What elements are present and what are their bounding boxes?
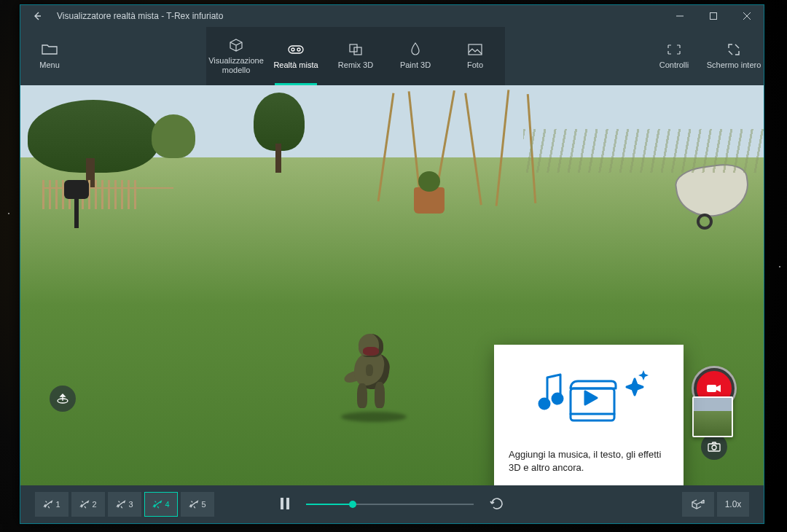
placement-mode-button[interactable]: [50, 386, 76, 412]
svg-rect-6: [469, 44, 482, 55]
maximize-button[interactable]: [697, 5, 730, 27]
maximize-icon: [710, 12, 717, 20]
fullscreen-label: Schermo intero: [707, 60, 761, 70]
popup-illustration: [509, 359, 669, 439]
animation-number: 1: [55, 500, 60, 509]
tab-view-model-label: Visualizzazione modello: [208, 56, 265, 75]
fullscreen-button[interactable]: Schermo intero: [704, 27, 764, 85]
fullscreen-icon: [726, 42, 742, 58]
svg-point-2: [291, 48, 294, 51]
music-note-icon: [539, 375, 563, 409]
animation-icon: [43, 499, 53, 509]
tab-view-model[interactable]: Visualizzazione modello: [206, 27, 266, 85]
toolbar: Menu Visualizzazione modello Realtà mist…: [20, 27, 764, 85]
placement-icon: [56, 392, 69, 405]
svg-point-3: [297, 48, 300, 51]
animation-button-5[interactable]: 5: [181, 492, 214, 517]
animation-icon: [152, 499, 163, 509]
video-camera-icon: [706, 383, 722, 394]
film-reel-icon: [571, 381, 616, 420]
take-photo-button[interactable]: [701, 434, 727, 460]
photos-icon: [467, 42, 483, 58]
camera-icon: [708, 442, 721, 452]
svg-rect-8: [707, 385, 716, 392]
pause-icon: [280, 498, 290, 509]
speed-label: 1.0x: [725, 499, 742, 509]
svg-point-11: [539, 399, 549, 409]
titlebar: Visualizzatore realtà mista - T-Rex infu…: [20, 5, 764, 27]
scale-icon: [691, 498, 705, 510]
ar-viewport[interactable]: Aggiungi la musica, il testo, gli effett…: [20, 85, 764, 485]
animation-number: 5: [201, 500, 205, 509]
loop-icon: [490, 497, 504, 510]
animation-button-3[interactable]: 3: [108, 492, 141, 517]
tab-photos[interactable]: Foto: [445, 27, 505, 85]
svg-rect-15: [286, 498, 289, 509]
timeline-thumb[interactable]: [349, 501, 356, 508]
svg-rect-5: [354, 47, 361, 55]
svg-rect-0: [710, 13, 717, 20]
svg-point-12: [552, 394, 563, 404]
paint-3d-icon: [407, 42, 423, 58]
sparkle-icon: [627, 370, 649, 395]
cube-icon: [228, 37, 244, 53]
tab-remix-3d[interactable]: Remix 3D: [326, 27, 385, 85]
scale-reset-button[interactable]: [682, 492, 714, 517]
close-button[interactable]: [730, 5, 764, 27]
folder-icon: [42, 42, 58, 58]
mixed-reality-icon: [288, 42, 304, 58]
animation-button-2[interactable]: 2: [71, 492, 105, 517]
minimize-icon: [676, 12, 684, 20]
speed-button[interactable]: 1.0x: [717, 492, 749, 517]
svg-rect-14: [281, 498, 283, 509]
animation-number: 4: [165, 500, 169, 509]
play-pause-button[interactable]: [275, 493, 294, 516]
animation-button-1[interactable]: 1: [35, 492, 68, 517]
window-title: Visualizzatore realtà mista - T-Rex infu…: [54, 11, 223, 21]
animation-list: 12345: [35, 492, 214, 517]
bottom-bar: 12345 1.0x: [20, 485, 764, 523]
app-window: Visualizzatore realtà mista - T-Rex infu…: [20, 4, 764, 524]
controls-button[interactable]: Controlli: [644, 27, 704, 85]
minimize-button[interactable]: [663, 5, 697, 27]
back-button[interactable]: [20, 5, 54, 27]
controls-label: Controlli: [659, 60, 689, 70]
timeline-slider[interactable]: [306, 504, 474, 505]
menu-button[interactable]: Menu: [20, 27, 79, 85]
svg-point-10: [712, 445, 716, 450]
last-capture-thumbnail[interactable]: [692, 396, 733, 437]
animation-icon: [79, 499, 90, 509]
remix-3d-icon: [348, 42, 364, 58]
3d-model-trex[interactable]: [341, 329, 407, 417]
animation-icon: [116, 499, 126, 509]
svg-rect-13: [571, 388, 614, 420]
close-icon: [743, 12, 751, 20]
toolbar-tab-group: Visualizzazione modello Realtà mista Rem…: [206, 27, 505, 85]
tab-photos-label: Foto: [467, 60, 483, 70]
playback-group: [275, 493, 509, 517]
arrow-left-icon: [31, 10, 43, 22]
animation-number: 3: [128, 500, 133, 509]
svg-rect-4: [350, 44, 357, 52]
tab-paint-3d[interactable]: Paint 3D: [385, 27, 445, 85]
loop-button[interactable]: [485, 493, 509, 517]
timeline-fill: [306, 504, 353, 505]
animation-button-4[interactable]: 4: [144, 492, 178, 517]
tab-mixed-reality[interactable]: Realtà mista: [266, 27, 326, 85]
popup-message: Aggiungi la musica, il testo, gli effett…: [509, 448, 669, 474]
menu-label: Menu: [39, 60, 60, 70]
tab-mixed-reality-label: Realtà mista: [273, 60, 318, 70]
tab-remix-3d-label: Remix 3D: [338, 60, 373, 70]
animation-number: 2: [92, 500, 96, 509]
svg-rect-1: [289, 46, 303, 53]
animation-icon: [189, 499, 199, 509]
controls-icon: [666, 42, 682, 58]
tab-paint-3d-label: Paint 3D: [400, 60, 431, 70]
info-popup: Aggiungi la musica, il testo, gli effett…: [494, 345, 684, 485]
